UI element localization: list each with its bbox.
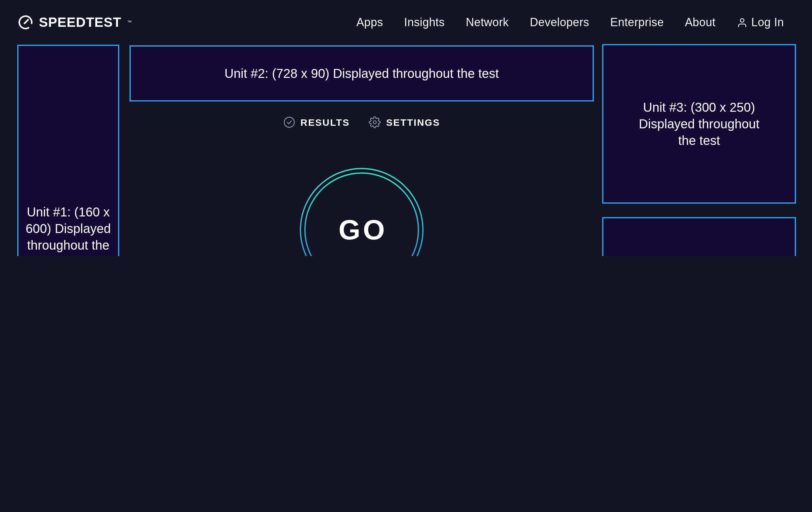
- nav-item-insights[interactable]: Insights: [404, 16, 444, 29]
- login-link[interactable]: Log In: [737, 16, 784, 29]
- nav-item-apps[interactable]: Apps: [356, 16, 383, 29]
- check-circle-icon: [283, 116, 295, 128]
- ad-unit-1-text: Unit #1: (160 x 600) Displayed throughou…: [24, 204, 113, 256]
- nav-menu: Apps Insights Network Developers Enterpr…: [356, 16, 784, 29]
- logo-wordmark: SPEEDTEST: [39, 15, 121, 30]
- ad-unit-3-rectangle[interactable]: Unit #3: (300 x 250) Displayed throughou…: [602, 44, 796, 204]
- logo-trademark: ™: [127, 19, 132, 26]
- nav-item-enterprise[interactable]: Enterprise: [610, 16, 664, 29]
- ad-unit-3-text: Unit #3: (300 x 250) Displayed throughou…: [629, 99, 769, 149]
- gear-icon: [369, 116, 381, 128]
- go-label: GO: [336, 214, 387, 246]
- ad-unit-2-text: Unit #2: (728 x 90) Displayed throughout…: [225, 65, 499, 82]
- speedometer-icon: [17, 14, 34, 31]
- ad-unit-1-skyscraper[interactable]: Unit #1: (160 x 600) Displayed throughou…: [17, 45, 119, 256]
- login-label: Log In: [751, 16, 784, 29]
- user-icon: [737, 17, 748, 28]
- go-button-inner-ring: GO: [304, 172, 419, 256]
- results-settings-tabs: RESULTS SETTINGS: [129, 116, 594, 128]
- nav-item-network[interactable]: Network: [466, 16, 509, 29]
- ad-unit-4-rectangle[interactable]: Unit #4: (300 x 250) Displayed throughou…: [602, 217, 796, 256]
- nav-item-about[interactable]: About: [685, 16, 715, 29]
- tab-results-label: RESULTS: [300, 117, 350, 128]
- tab-settings-label: SETTINGS: [386, 117, 440, 128]
- tab-results[interactable]: RESULTS: [283, 116, 350, 128]
- speedtest-page: SPEEDTEST ™ Apps Insights Network Develo…: [0, 0, 812, 256]
- ad-unit-2-leaderboard[interactable]: Unit #2: (728 x 90) Displayed throughout…: [129, 45, 594, 102]
- go-button[interactable]: GO: [300, 168, 424, 256]
- tab-settings[interactable]: SETTINGS: [369, 116, 440, 128]
- nav-item-developers[interactable]: Developers: [530, 16, 589, 29]
- speedtest-logo[interactable]: SPEEDTEST ™: [17, 14, 132, 31]
- top-nav-bar: SPEEDTEST ™ Apps Insights Network Develo…: [0, 0, 812, 45]
